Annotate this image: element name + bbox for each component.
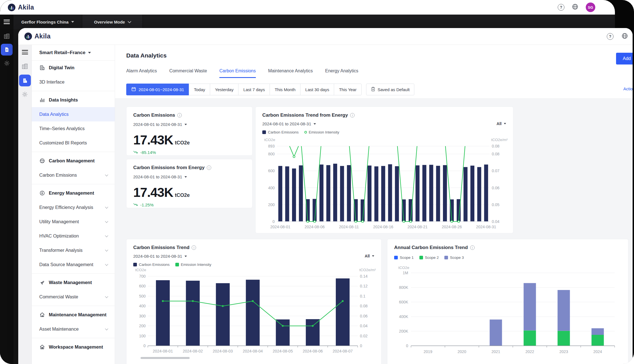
sidebar-item-digital-twin[interactable]: Digital Twin [32, 61, 115, 75]
document-icon[interactable] [1, 44, 13, 56]
building-icon[interactable] [19, 75, 31, 86]
sidebar-item-carbon-management[interactable]: Carbon Management [32, 154, 115, 168]
legend-item-emission-intensity[interactable]: Emission Intensity [304, 130, 339, 134]
sidebar-item-workspace-management[interactable]: Workspace Management [32, 340, 115, 354]
dashboard-window: Akila ? [18, 28, 633, 364]
stat-card-carbon-emissions: Carbon Emissionsi 2024-08-01 to 2024-08-… [126, 107, 252, 156]
preset-this-month[interactable]: This Month [270, 84, 300, 95]
legend-label: Scope 1 [400, 255, 414, 260]
info-icon[interactable]: i [177, 113, 182, 118]
preset-last-7-days[interactable]: Last 7 days [238, 84, 270, 95]
stat-delta-value: -1.25% [140, 202, 154, 207]
chart-scope-filter[interactable]: All [497, 121, 506, 126]
main-content: Data Analytics Add Alarm AnalyticsCommer… [115, 45, 633, 364]
preset-last-30-days[interactable]: Last 30 days [300, 84, 334, 95]
svg-text:400K: 400K [399, 314, 408, 319]
buildings-icon[interactable] [21, 63, 29, 70]
chart-scope-filter[interactable]: All [365, 254, 375, 258]
saved-as-default-button[interactable]: Saved as Default [366, 84, 414, 95]
svg-text:893: 893 [268, 144, 275, 148]
hamburger-menu-icon[interactable] [4, 20, 10, 24]
actions-link[interactable]: Actions [623, 86, 633, 91]
sidebar-item-time-series-analytics[interactable]: Time–Series Analytics [32, 121, 115, 136]
legend-item-emission-intensity[interactable]: Emission Intensity [175, 262, 212, 267]
svg-text:200: 200 [268, 202, 275, 207]
legend-item-carbon-emissions[interactable]: Carbon Emissions [262, 130, 299, 134]
info-icon[interactable]: i [207, 165, 211, 170]
legend-label: Emission Intensity [309, 130, 339, 134]
preset-this-year[interactable]: This Year [334, 84, 362, 95]
sidebar-item-hvac-optimization[interactable]: HVAC Optimization [32, 229, 115, 243]
gear-icon[interactable] [3, 59, 10, 67]
legend-item-scope-3[interactable]: Scope 3 [444, 255, 464, 260]
info-icon[interactable]: i [192, 245, 196, 250]
site-selector[interactable]: Smart Retail–France [32, 45, 115, 61]
dropdown-triangle-icon [314, 123, 316, 125]
globe-icon[interactable] [621, 33, 628, 40]
hamburger-menu-icon[interactable] [22, 50, 28, 54]
sidebar-item-data-analytics[interactable]: Data Analytics [32, 107, 115, 121]
stat-card-date-dropdown[interactable]: 2024-08-01 to 2024-08-31 [133, 174, 245, 179]
sidebar-item-energy-efficiency-analysis[interactable]: Energy Efficiency Analysis [32, 200, 115, 215]
sidebar-menu: Digital Twin3D InterfaceData InsightsDat… [32, 61, 115, 354]
legend-label: Emission Intensity [181, 262, 212, 267]
date-range-button[interactable]: 2024-08-01~2024-08-31 [126, 84, 189, 95]
buildings-icon[interactable] [3, 33, 10, 40]
waste-management-icon [39, 280, 45, 285]
workspace-management-icon [39, 344, 45, 350]
digital-twin-icon [39, 65, 45, 71]
tab-commercial-waste[interactable]: Commercial Waste [169, 68, 207, 78]
chart-date-dropdown[interactable]: 2024-08-01 to 2024-08-31 [133, 254, 375, 259]
sidebar-item-customized-bi-reports[interactable]: Customized BI Reports [32, 136, 115, 150]
help-icon[interactable]: ? [558, 4, 564, 11]
tab-alarm-analytics[interactable]: Alarm Analytics [126, 68, 157, 78]
org-selector[interactable]: Gerflor Floorings China [13, 15, 82, 29]
sidebar-item-energy-management[interactable]: Energy Management [32, 186, 115, 200]
mode-selector[interactable]: Overview Mode [82, 15, 143, 29]
sidebar-item-data-source-management[interactable]: Data Source Management [32, 257, 115, 272]
chevron-down-icon [105, 234, 108, 237]
svg-text:0.08: 0.08 [492, 144, 499, 148]
sidebar-item-maintenance-management[interactable]: Maintenance Management [32, 308, 115, 322]
gear-icon[interactable] [21, 91, 29, 98]
sidebar-divider [32, 184, 115, 184]
info-icon[interactable]: i [350, 113, 355, 118]
globe-icon[interactable] [572, 3, 578, 11]
sidebar-item-asset-maintenance[interactable]: Asset Maintenance [32, 322, 115, 336]
sidebar-item-label: Time–Series Analytics [39, 126, 85, 131]
sidebar-item-carbon-emissions[interactable]: Carbon Emissions [32, 168, 115, 182]
horizontal-scrollbar[interactable] [141, 357, 190, 359]
preset-yesterday[interactable]: Yesterday [210, 84, 238, 95]
help-icon[interactable]: ? [607, 33, 614, 40]
add-button[interactable]: Add [616, 53, 633, 64]
chart-date-dropdown[interactable]: 2024-08-01 to 2024-08-31 [262, 121, 506, 126]
tab-maintenance-analytics[interactable]: Maintenance Analytics [268, 68, 313, 78]
sidebar-item-transformer-analysis[interactable]: Transformer Analysis [32, 243, 115, 257]
sidebar-item-utility-management[interactable]: Utility Management [32, 215, 115, 229]
legend-item-scope-2[interactable]: Scope 2 [419, 255, 439, 260]
stat-card-date-dropdown[interactable]: 2024-08-01 to 2024-08-31 [133, 122, 245, 127]
svg-text:0.06: 0.06 [492, 186, 499, 190]
legend-item-scope-1[interactable]: Scope 1 [394, 255, 414, 260]
svg-text:0.1: 0.1 [360, 294, 366, 298]
sidebar-item-waste-management[interactable]: Waste Management [32, 275, 115, 290]
sidebar-item-3d-interface[interactable]: 3D Interface [32, 75, 115, 89]
avatar[interactable]: SG [586, 3, 595, 12]
svg-text:0.08: 0.08 [492, 152, 499, 156]
svg-text:0.08: 0.08 [360, 304, 367, 308]
svg-text:800: 800 [268, 152, 275, 156]
tab-carbon-emissions[interactable]: Carbon Emissions [219, 68, 256, 78]
svg-text:700: 700 [139, 274, 146, 278]
chevron-down-icon [128, 20, 132, 23]
sidebar-divider [32, 91, 115, 91]
tab-energy-analytics[interactable]: Energy Analytics [325, 68, 358, 78]
preset-today[interactable]: Today [189, 84, 210, 95]
stat-unit: tCO2e [175, 140, 190, 146]
legend-label: Scope 2 [425, 255, 439, 260]
chevron-down-icon [105, 220, 108, 223]
sidebar-item-label: Energy Efficiency Analysis [39, 205, 93, 210]
info-icon[interactable]: i [470, 245, 475, 250]
legend-item-carbon-emissions[interactable]: Carbon Emissions [133, 262, 170, 267]
sidebar-item-commercial-waste[interactable]: Commercial Waste [32, 290, 115, 304]
sidebar-item-data-insights[interactable]: Data Insights [32, 93, 115, 107]
